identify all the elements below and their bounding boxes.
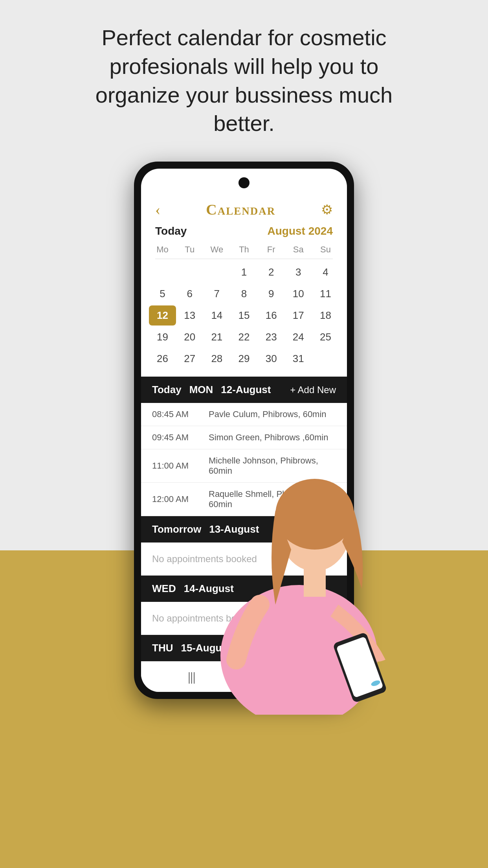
- calendar-grid: Mo Tu We Th Fr Sa Su 1234567891011121314…: [141, 243, 347, 377]
- cal-weeks: 1234567891011121314151617181920212223242…: [149, 262, 339, 369]
- cal-day-1-2[interactable]: 7: [203, 284, 230, 304]
- camera-notch: [238, 177, 250, 188]
- cal-day-1-4[interactable]: 9: [258, 284, 285, 304]
- cal-day-3-1[interactable]: 20: [176, 327, 203, 347]
- appt-time-0-3: 12:00 AM: [152, 494, 199, 504]
- cal-day-0-6[interactable]: 4: [312, 262, 339, 282]
- month-label: August 2024: [268, 225, 333, 237]
- cal-day-0-4[interactable]: 2: [258, 262, 285, 282]
- svg-rect-3: [304, 569, 326, 597]
- cal-day-1-6[interactable]: 11: [312, 284, 339, 304]
- cal-day-1-0[interactable]: 5: [149, 284, 176, 304]
- calendar-title: Calendar: [206, 201, 275, 218]
- month-row: Today August 2024: [141, 223, 347, 243]
- day-header-we: We: [203, 243, 230, 256]
- day-header-fr: Fr: [258, 243, 285, 256]
- appt-time-0-0: 08:45 AM: [152, 409, 199, 419]
- cal-day-3-4[interactable]: 23: [258, 327, 285, 347]
- cal-day-1-1[interactable]: 6: [176, 284, 203, 304]
- cal-day-0-1: [176, 262, 203, 282]
- appt-time-0-1: 09:45 AM: [152, 432, 199, 443]
- cal-day-4-0[interactable]: 26: [149, 349, 176, 369]
- appt-time-0-2: 11:00 AM: [152, 461, 199, 471]
- tagline: Perfect calendar for cosmetic profesiona…: [67, 24, 421, 138]
- cal-day-3-2[interactable]: 21: [203, 327, 230, 347]
- cal-day-2-3[interactable]: 15: [230, 305, 257, 326]
- day-header-th: Th: [230, 243, 257, 256]
- cal-day-0-3[interactable]: 1: [230, 262, 257, 282]
- day-header-su: Su: [312, 243, 339, 256]
- cal-day-2-4[interactable]: 16: [258, 305, 285, 326]
- person-image: [197, 361, 401, 715]
- day-headers: Mo Tu We Th Fr Sa Su: [149, 243, 339, 256]
- menu-nav-icon[interactable]: |||: [188, 669, 195, 684]
- cal-day-3-5[interactable]: 24: [285, 327, 312, 347]
- cal-day-2-0[interactable]: 12: [149, 305, 176, 326]
- today-label[interactable]: Today: [155, 225, 187, 237]
- cal-day-2-5[interactable]: 17: [285, 305, 312, 326]
- cal-day-0-5[interactable]: 3: [285, 262, 312, 282]
- back-button[interactable]: ‹: [155, 200, 160, 219]
- cal-day-2-1[interactable]: 13: [176, 305, 203, 326]
- cal-day-1-5[interactable]: 10: [285, 284, 312, 304]
- cal-day-3-6[interactable]: 25: [312, 327, 339, 347]
- cal-week-1: 567891011: [149, 284, 339, 304]
- cal-day-2-6[interactable]: 18: [312, 305, 339, 326]
- cal-day-0-2: [203, 262, 230, 282]
- calendar-header: ‹ Calendar ⚙: [141, 192, 347, 223]
- sched-label-3: THU: [152, 642, 173, 654]
- cal-day-1-3[interactable]: 8: [230, 284, 257, 304]
- day-header-mo: Mo: [149, 243, 176, 256]
- cal-day-3-0[interactable]: 19: [149, 327, 176, 347]
- cal-week-3: 19202122232425: [149, 327, 339, 347]
- svg-point-2: [275, 479, 354, 550]
- cal-week-2: 12131415161718: [149, 305, 339, 326]
- cal-day-0-0: [149, 262, 176, 282]
- settings-button[interactable]: ⚙: [321, 202, 333, 217]
- sched-label-2: WED: [152, 583, 176, 595]
- sched-label-1: Tomorrow: [152, 523, 201, 535]
- day-header-tu: Tu: [176, 243, 203, 256]
- cal-separator: [155, 259, 333, 259]
- day-header-sa: Sa: [285, 243, 312, 256]
- cal-day-3-3[interactable]: 22: [230, 327, 257, 347]
- cal-week-0: 1234: [149, 262, 339, 282]
- cal-day-2-2[interactable]: 14: [203, 305, 230, 326]
- sched-label-0: Today: [152, 384, 182, 396]
